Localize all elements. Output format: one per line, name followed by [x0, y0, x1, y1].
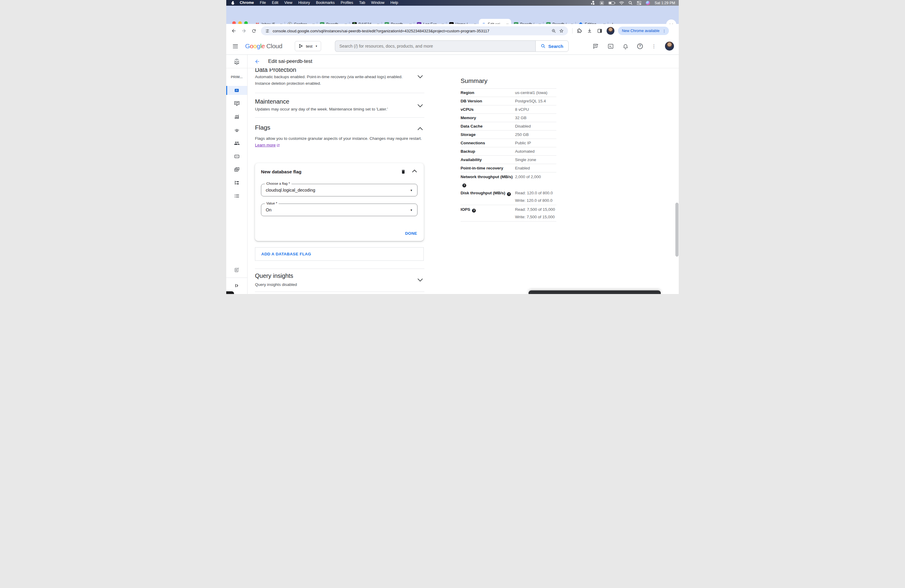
maintenance-description: Updates may occur any day of the week. M… [255, 106, 422, 113]
menu-window[interactable]: Window [368, 0, 387, 6]
stage-manager-icon[interactable] [591, 1, 595, 5]
search-icon [541, 44, 546, 49]
flag-card-collapse-icon[interactable] [412, 170, 417, 173]
users-icon [234, 140, 240, 146]
site-settings-icon[interactable] [265, 29, 270, 33]
sidebar-item-system-insights[interactable] [226, 100, 247, 106]
google-cloud-logo[interactable]: Google Cloud [245, 43, 282, 50]
maintenance-chevron-down-icon[interactable] [417, 104, 423, 108]
sidebar-item-connections[interactable] [226, 127, 247, 133]
help-icon[interactable]: ? [462, 184, 466, 188]
flags-heading: Flags [255, 124, 270, 131]
help-icon[interactable]: ? [637, 43, 643, 49]
downloads-icon[interactable] [587, 28, 592, 33]
update-pill-label: New Chrome available [622, 29, 660, 33]
apple-icon[interactable] [231, 1, 235, 5]
forward-icon[interactable] [241, 28, 247, 33]
menu-profiles[interactable]: Profiles [338, 0, 356, 6]
battery-icon[interactable] [608, 2, 615, 5]
sidebar-divider [247, 55, 248, 294]
sidebar-item-users[interactable] [226, 140, 247, 146]
summary-row-disk-throughput: Disk throughput (MB/s)? Read: 120.0 of 8… [460, 189, 556, 205]
new-database-flag-card: New database flag Choose a flag * clouds… [255, 163, 424, 241]
release-notes-icon[interactable] [226, 267, 247, 273]
cloud-search-bar[interactable] [335, 40, 535, 52]
help-icon[interactable]: ? [507, 192, 511, 196]
done-button[interactable]: DONE [405, 231, 417, 236]
add-database-flag-button[interactable]: ADD A DATABASE FLAG [255, 247, 424, 261]
gcloud-header: Google Cloud test ▼ Search ? ⋮ [226, 38, 679, 55]
delete-flag-trash-icon[interactable] [401, 169, 406, 175]
account-avatar[interactable] [665, 41, 674, 51]
menu-help[interactable]: Help [387, 0, 401, 6]
chevron-down-icon: ▼ [315, 45, 318, 48]
connections-icon [234, 127, 240, 133]
sidebar-item-query-insights[interactable] [226, 114, 247, 120]
bookmark-star-icon[interactable] [559, 29, 564, 33]
section-divider [255, 269, 424, 269]
hamburger-menu-icon[interactable] [233, 44, 238, 48]
summary-panel: Summary Regionus-central1 (Iowa) DB Vers… [460, 77, 556, 222]
flags-description: Flags allow you to customize granular as… [255, 135, 423, 148]
sidebar-item-replicas[interactable] [226, 180, 247, 186]
menu-tab[interactable]: Tab [356, 0, 368, 6]
help-icon[interactable]: ? [472, 209, 476, 213]
zoom-icon[interactable] [552, 29, 556, 33]
wifi-icon[interactable] [619, 1, 624, 5]
query-insights-chevron-down-icon[interactable] [417, 278, 423, 282]
expand-sidebar-icon[interactable] [226, 283, 247, 288]
notifications-bell-icon[interactable] [622, 43, 629, 49]
sidebar-item-backups[interactable] [226, 167, 247, 172]
summary-row-availability: AvailabilitySingle zone [460, 156, 556, 164]
organization-icon [298, 44, 303, 49]
cloud-search-input[interactable] [340, 44, 531, 49]
data-protection-description: Automatic backups enabled. Point-in-time… [255, 74, 418, 87]
sidebar-section-label: PRIM... [226, 75, 247, 79]
reload-icon[interactable] [251, 29, 256, 33]
project-selector[interactable]: test ▼ [295, 41, 321, 51]
page-title: Edit sai-peerdb-test [268, 58, 312, 64]
menu-file[interactable]: File [257, 0, 269, 6]
extensions-icon[interactable] [577, 28, 582, 33]
menu-history[interactable]: History [295, 0, 313, 6]
siri-icon[interactable] [646, 1, 650, 5]
backups-icon [234, 167, 240, 172]
sidebar-item-overview[interactable] [226, 86, 247, 95]
menu-edit[interactable]: Edit [269, 0, 281, 6]
learn-more-link[interactable]: Learn more [255, 143, 276, 147]
summary-row-memory: Memory32 GB [460, 113, 556, 122]
url-text[interactable]: console.cloud.google.com/sql/instances/s… [273, 29, 549, 33]
chrome-profile-avatar[interactable] [607, 27, 614, 35]
chrome-menu-kebab-icon[interactable] [662, 29, 666, 33]
choose-flag-select[interactable]: Choose a flag * cloudsql.logical_decodin… [261, 184, 418, 196]
data-protection-chevron-down-icon[interactable] [417, 75, 423, 78]
sidebar-item-databases[interactable] [226, 154, 247, 159]
more-options-kebab-icon[interactable]: ⋮ [651, 43, 656, 49]
address-bar[interactable]: console.cloud.google.com/sql/instances/s… [261, 26, 568, 35]
menubar-clock[interactable]: Sat 1:29 PM [654, 1, 675, 5]
control-center-icon[interactable] [637, 1, 641, 5]
screen-record-icon[interactable] [600, 1, 604, 5]
scrollbar-thumb[interactable] [675, 203, 678, 257]
menu-chrome[interactable]: Chrome [237, 0, 257, 6]
summary-row-network-throughput: Network throughput (MB/s)? 2,000 of 2,00… [460, 172, 556, 189]
flag-value-select[interactable]: Value * On [261, 203, 418, 216]
flags-chevron-up-icon[interactable] [417, 127, 423, 130]
menu-view[interactable]: View [281, 0, 295, 6]
back-icon[interactable] [231, 28, 237, 33]
summary-row-iops: IOPS? Read: 7,500 of 15,000Write: 7,500 … [460, 205, 556, 222]
spotlight-icon[interactable] [629, 1, 632, 5]
section-divider [255, 93, 424, 93]
summary-row-connections: ConnectionsPublic IP [460, 138, 556, 147]
back-arrow-icon[interactable] [254, 59, 260, 64]
cloud-search-button[interactable]: Search [535, 40, 568, 52]
sidebar-item-operations[interactable] [226, 193, 247, 199]
cloud-shell-icon[interactable] [608, 43, 614, 49]
menu-bookmarks[interactable]: Bookmarks [313, 0, 338, 6]
project-name: test [306, 44, 313, 49]
gemini-assist-icon[interactable] [592, 43, 599, 49]
doc-sparkle-icon [234, 267, 240, 273]
choose-flag-value: cloudsql.logical_decoding [266, 184, 315, 196]
side-panel-icon[interactable] [597, 28, 602, 33]
chrome-update-pill[interactable]: New Chrome available [618, 27, 669, 35]
